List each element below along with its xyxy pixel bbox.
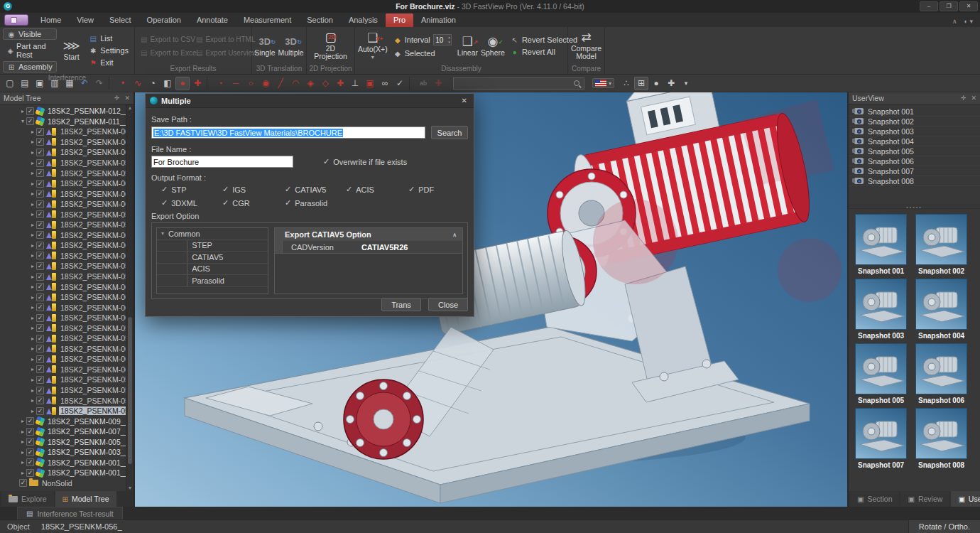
dropdown-caret-icon[interactable]: ▾ (679, 77, 693, 90)
visibility-checkbox[interactable] (36, 200, 44, 208)
visibility-checkbox[interactable] (36, 180, 44, 188)
sphere-disassembly-button[interactable]: ◉✓ Sphere (481, 36, 505, 57)
measure-axis-icon[interactable]: ✚ (333, 77, 347, 90)
menu-tab[interactable]: Pro (386, 14, 413, 27)
format-checkbox[interactable]: CATIAV5 (285, 185, 346, 194)
snapshot-list-item[interactable]: Snapshot 003 (849, 126, 980, 136)
visibility-checkbox[interactable] (26, 438, 34, 446)
tree-item[interactable]: 18SK2_PSENKM-060_ (0, 281, 134, 292)
menu-tab[interactable]: Select (102, 14, 139, 27)
tree-item[interactable]: 18SK2_PSENKM-059_ (0, 209, 134, 220)
tree-item[interactable]: NonSolid (0, 478, 134, 489)
tab-model-tree[interactable]: ⊞ Model Tree (55, 491, 116, 507)
visibility-checkbox[interactable] (36, 159, 44, 167)
snapshot-thumbnail[interactable]: Snapshot 002 (915, 214, 967, 275)
menu-tab[interactable]: View (69, 14, 102, 27)
language-selector[interactable]: ▾ (592, 78, 614, 88)
expander-icon[interactable] (21, 108, 24, 114)
measure-angle-icon[interactable]: ╱ (273, 77, 288, 90)
snapshot-list-item[interactable]: Snapshot 007 (849, 166, 980, 176)
menu-tab[interactable]: Animation (413, 14, 464, 27)
minimize-button[interactable]: – (920, 1, 938, 11)
snapshot-thumbnail[interactable]: Snapshot 007 (855, 408, 907, 469)
dialog-titlebar[interactable]: Multiple ✕ (146, 94, 474, 108)
axis-tool-icon[interactable]: ✚ (190, 77, 205, 90)
pin-icon[interactable]: ✛ (114, 95, 120, 102)
tree-item[interactable]: 18SK2_PSENKM-059_ (0, 158, 134, 168)
snapshot-list-item[interactable]: Snapshot 005 (849, 146, 980, 156)
expander-icon[interactable] (31, 211, 34, 217)
tree-item[interactable]: 18SK2_PSENKM-062_ (0, 344, 134, 355)
tree-item[interactable]: 18SK2_PSENKM-058_ (0, 333, 134, 344)
export-html-button[interactable]: ▤Export to HTML (193, 34, 249, 45)
snapshot-list-item[interactable]: Snapshot 001 (849, 107, 980, 117)
menu-tab[interactable]: Operation (139, 14, 189, 27)
expander-icon[interactable] (31, 129, 34, 135)
text-tool-icon[interactable]: ab (416, 77, 430, 90)
style-menu-icon[interactable]: ◐ ▾ (964, 18, 973, 25)
tree-item[interactable]: 18SK2_PSENKM-061_ (0, 251, 134, 262)
tree-item[interactable]: 18SK2_PSENKM-058_ (0, 220, 134, 230)
visibility-checkbox[interactable] (36, 149, 44, 156)
tree-item[interactable]: 18SK2_PSENKM-060_ (0, 178, 134, 189)
visibility-checkbox[interactable] (36, 335, 44, 343)
visibility-checkbox[interactable] (36, 273, 44, 281)
expander-icon[interactable] (31, 222, 34, 228)
visibility-checkbox[interactable] (36, 210, 44, 218)
expander-icon[interactable] (31, 397, 34, 404)
single-translation-button[interactable]: 3D↻ Single (254, 36, 275, 57)
visibility-checkbox[interactable] (36, 365, 44, 373)
visibility-checkbox[interactable] (36, 169, 44, 177)
expander-icon[interactable] (31, 232, 34, 238)
tab-explore[interactable]: Explore (1, 491, 54, 507)
auto-x-button[interactable]: ❑X+ Auto(X+) ▾ (358, 32, 388, 60)
measure-line-icon[interactable]: ─ (229, 77, 243, 90)
axis-red-icon[interactable]: ✚ (431, 77, 445, 90)
visibility-checkbox[interactable] (36, 294, 44, 301)
visibility-checkbox[interactable] (36, 407, 44, 415)
measure-point-icon[interactable]: • (214, 77, 228, 90)
interference-start-button[interactable]: ⋙ Start (60, 40, 84, 61)
separator[interactable] (207, 77, 212, 90)
tree-item[interactable]: 18SK2_PSENKM-057_ (0, 395, 134, 406)
visibility-checkbox[interactable] (36, 397, 44, 404)
tab-userview[interactable]: ▣ UserView (951, 491, 980, 507)
expander-icon[interactable] (31, 335, 34, 342)
check-icon[interactable]: ✓ (393, 77, 407, 90)
menu-tab[interactable]: Section (299, 14, 341, 27)
visibility-checkbox[interactable] (26, 448, 34, 456)
format-checkbox[interactable]: 3DXML (161, 198, 222, 208)
save-as-icon[interactable]: ▥ (48, 77, 62, 90)
close-button[interactable]: Close (428, 298, 468, 311)
expander-icon[interactable] (21, 449, 24, 456)
expander-icon[interactable] (31, 408, 34, 414)
print-icon[interactable]: ▦ (62, 77, 77, 90)
visibility-checkbox[interactable] (36, 283, 44, 291)
measure-diameter-icon[interactable]: ◈ (303, 77, 317, 90)
visibility-checkbox[interactable] (26, 469, 34, 477)
tree-item[interactable]: 18SK2_PSENKM-011__ASM (0, 117, 134, 127)
snapshot-thumbnail[interactable]: Snapshot 003 (855, 279, 907, 340)
cube-tool-icon[interactable]: ◧ (160, 77, 175, 90)
tree-item[interactable]: 18SK2_PSENKM-056_ (0, 406, 134, 416)
snapshot-list-item[interactable]: Snapshot 008 (849, 176, 980, 186)
visibility-checkbox[interactable] (36, 221, 44, 229)
format-checkbox[interactable]: ACIS (346, 185, 408, 194)
visibility-checkbox[interactable] (36, 138, 44, 146)
file-name-input[interactable]: For Brochure (151, 156, 293, 168)
expander-icon[interactable] (21, 429, 24, 435)
expander-icon[interactable] (31, 242, 34, 249)
tree-view-icon[interactable]: ⊞ (634, 77, 648, 90)
visibility-checkbox[interactable] (36, 303, 44, 311)
format-checkbox[interactable]: STP (161, 185, 222, 194)
open-file-icon[interactable]: ▤ (18, 77, 32, 90)
dialog-close-icon[interactable]: ✕ (459, 97, 469, 104)
tree-item[interactable]: 18SK2_PSENKM-001__ASM (0, 458, 134, 468)
export-option-item[interactable]: ▾ Common (157, 228, 268, 240)
tree-item[interactable]: 18SK2_PSENKM-001__ASM (0, 468, 134, 478)
expander-icon[interactable] (31, 149, 34, 156)
expander-icon[interactable] (31, 294, 34, 301)
measure-box-icon[interactable]: ▣ (363, 77, 377, 90)
interference-list-button[interactable]: ▤List (86, 33, 131, 44)
snapshot-list-item[interactable]: Snapshot 004 (849, 136, 980, 146)
